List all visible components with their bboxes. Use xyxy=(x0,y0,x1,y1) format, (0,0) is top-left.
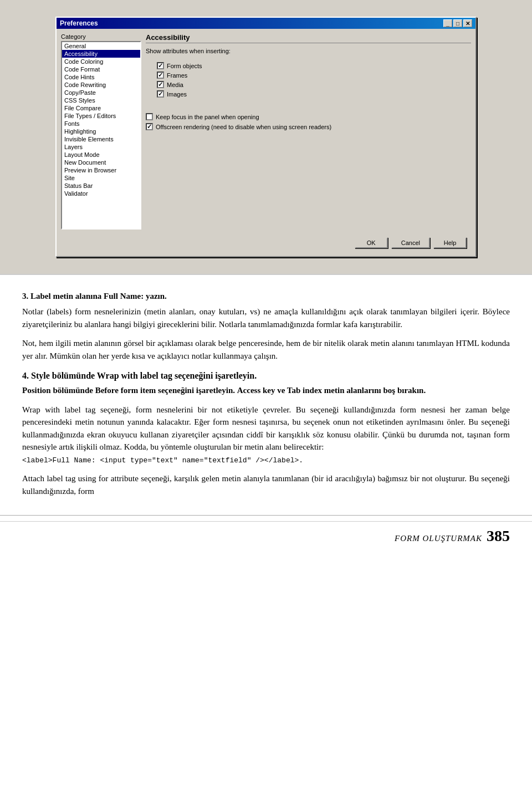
checkbox-offscreen[interactable]: Offscreen rendering (need to disable whe… xyxy=(146,123,471,130)
footer-divider xyxy=(0,515,532,516)
media-label: Media xyxy=(167,81,183,88)
keep-focus-label: Keep focus in the panel when opening xyxy=(156,114,259,120)
category-item-fonts[interactable]: Fonts xyxy=(62,120,140,128)
step4-paragraph2: Attach label tag using for attribute seç… xyxy=(22,472,510,497)
category-item-code-rewriting[interactable]: Code Rewriting xyxy=(62,81,140,89)
step3-paragraph1: Notlar (labels) form nesnelerinizin (met… xyxy=(22,305,510,330)
category-item-new-document[interactable]: New Document xyxy=(62,159,140,166)
step3-paragraph2: Not, hem ilgili metin alanının görsel bi… xyxy=(22,337,510,362)
checkbox-media[interactable]: Media xyxy=(157,81,471,88)
step4-bold2-wrapper: Access key ve Tab index metin alanlarını… xyxy=(237,386,426,395)
offscreen-checkbox[interactable] xyxy=(146,123,153,130)
step4-bold1: Position bölümünde Before form item seçe… xyxy=(22,386,235,395)
category-item-code-coloring[interactable]: Code Coloring xyxy=(62,58,140,65)
content-body: 3. Label metin alanına Full Name: yazın.… xyxy=(0,275,532,515)
attribute-checkboxes: Form objects Frames Media Images xyxy=(157,62,471,98)
footer-page-number: 385 xyxy=(487,527,510,545)
dialog-buttons: OK Cancel Help xyxy=(61,234,471,252)
footer-text: FORM OLUŞTURMAK xyxy=(395,534,482,543)
content-header: Accessibility xyxy=(146,33,471,43)
category-item-site[interactable]: Site xyxy=(62,174,140,182)
checkbox-images[interactable]: Images xyxy=(157,90,471,98)
category-item-css-styles[interactable]: CSS Styles xyxy=(62,96,140,104)
step4-bold2: Access key ve Tab index metin alanlarını… xyxy=(237,386,426,395)
category-list[interactable]: General Accessibility Code Coloring Code… xyxy=(61,41,141,230)
keep-focus-checkbox[interactable] xyxy=(146,113,153,120)
titlebar-buttons: _ □ ✕ xyxy=(443,19,472,27)
category-label: Category xyxy=(61,33,141,40)
show-attributes-label: Show attributes when inserting: xyxy=(146,48,471,54)
footer-section: FORM OLUŞTURMAK 385 xyxy=(0,521,532,556)
form-objects-label: Form objects xyxy=(167,63,202,69)
category-item-code-format[interactable]: Code Format xyxy=(62,65,140,73)
checkbox-form-objects[interactable]: Form objects xyxy=(157,62,471,69)
step4-number-label: 4. Style bölümünde Wrap with label tag s… xyxy=(22,371,257,380)
step4-bold-instructions: Position bölümünde Before form item seçe… xyxy=(22,384,510,397)
category-item-code-hints[interactable]: Code Hints xyxy=(62,73,140,81)
category-item-validator[interactable]: Validator xyxy=(62,190,140,197)
step4-paragraph1: Wrap with label tag seçeneği, form nesne… xyxy=(22,404,510,466)
cancel-button[interactable]: Cancel xyxy=(391,237,430,248)
category-item-general[interactable]: General xyxy=(62,42,140,50)
checkbox-frames[interactable]: Frames xyxy=(157,72,471,79)
offscreen-label: Offscreen rendering (need to disable whe… xyxy=(156,124,331,130)
frames-checkbox[interactable] xyxy=(157,72,164,79)
close-button[interactable]: ✕ xyxy=(463,19,472,27)
category-item-accessibility[interactable]: Accessibility xyxy=(62,50,140,58)
category-item-file-compare[interactable]: File Compare xyxy=(62,104,140,112)
code-line: <label>Full Name: <input type="text" nam… xyxy=(22,456,303,465)
minimize-button[interactable]: _ xyxy=(443,19,452,27)
dialog-titlebar: Preferences _ □ ✕ xyxy=(57,18,475,29)
category-item-copy-paste[interactable]: Copy/Paste xyxy=(62,89,140,96)
step4-para1-text: Wrap with label tag seçeneği, form nesne… xyxy=(22,405,510,452)
category-section: Category General Accessibility Code Colo… xyxy=(61,33,141,230)
step3-header: 3. Label metin alanına Full Name: yazın. xyxy=(22,292,510,301)
dialog-main-row: Category General Accessibility Code Colo… xyxy=(61,33,471,230)
preferences-dialog: Preferences _ □ ✕ Category General Acces… xyxy=(55,17,477,257)
form-objects-checkbox[interactable] xyxy=(157,62,164,69)
screenshot-area: Preferences _ □ ✕ Category General Acces… xyxy=(0,0,532,275)
checkbox-keep-focus[interactable]: Keep focus in the panel when opening xyxy=(146,113,471,120)
maximize-button[interactable]: □ xyxy=(453,19,462,27)
category-item-file-types-editors[interactable]: File Types / Editors xyxy=(62,112,140,120)
frames-label: Frames xyxy=(167,72,187,79)
category-item-highlighting[interactable]: Highlighting xyxy=(62,128,140,135)
media-checkbox[interactable] xyxy=(157,81,164,88)
category-item-layers[interactable]: Layers xyxy=(62,143,140,151)
category-item-status-bar[interactable]: Status Bar xyxy=(62,182,140,190)
dialog-body: Category General Accessibility Code Colo… xyxy=(57,29,475,256)
step4-header: 4. Style bölümünde Wrap with label tag s… xyxy=(22,371,510,381)
images-label: Images xyxy=(167,91,187,98)
help-button[interactable]: Help xyxy=(433,237,467,248)
dialog-title: Preferences xyxy=(60,19,98,27)
content-section: Accessibility Show attributes when inser… xyxy=(146,33,471,230)
category-item-layout-mode[interactable]: Layout Mode xyxy=(62,151,140,159)
category-item-preview-in-browser[interactable]: Preview in Browser xyxy=(62,166,140,174)
options-group: Keep focus in the panel when opening Off… xyxy=(146,113,471,130)
category-item-invisible-elements[interactable]: Invisible Elements xyxy=(62,135,140,143)
ok-button[interactable]: OK xyxy=(355,237,388,248)
images-checkbox[interactable] xyxy=(157,90,164,98)
